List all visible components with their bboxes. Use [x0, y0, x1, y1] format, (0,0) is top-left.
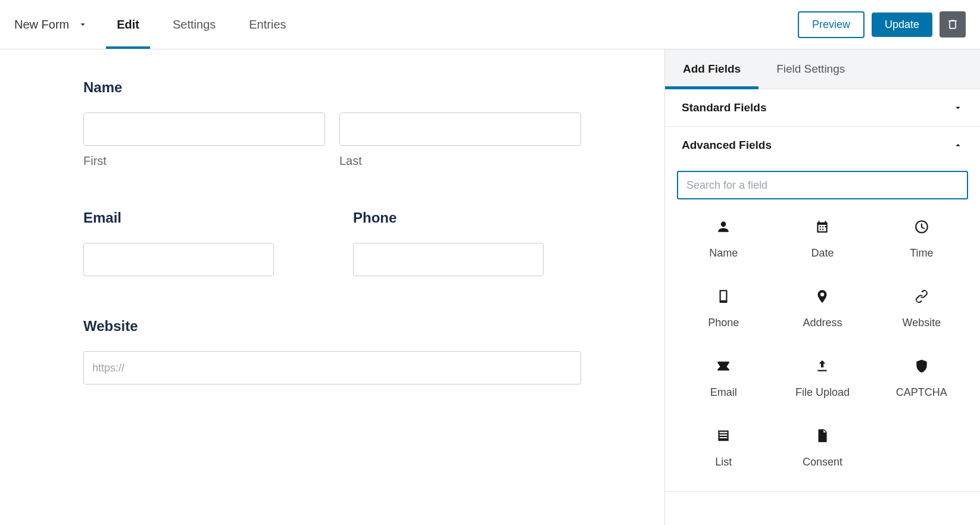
tab-edit[interactable]: Edit — [112, 1, 144, 48]
label-name: Name — [83, 79, 581, 96]
field-tile-label: Consent — [803, 456, 842, 468]
calendar-icon — [814, 218, 831, 235]
email-input[interactable] — [83, 243, 274, 276]
field-tile-label: Date — [811, 247, 834, 260]
field-tile-website[interactable]: Website — [875, 283, 968, 334]
accordion-advanced-fields[interactable]: Advanced Fields — [665, 127, 980, 164]
website-input[interactable] — [83, 351, 581, 385]
label-website: Website — [83, 318, 581, 335]
field-tile-name[interactable]: Name — [677, 214, 770, 264]
label-phone: Phone — [353, 210, 581, 226]
clock-icon — [913, 218, 930, 235]
chevron-down-icon — [953, 102, 963, 113]
field-tile-list[interactable]: List — [677, 423, 770, 473]
person-icon — [715, 218, 732, 235]
sidebar: Add Fields Field Settings Standard Field… — [664, 49, 980, 525]
field-tile-captcha[interactable]: CAPTCHA — [875, 353, 968, 404]
trash-button[interactable] — [940, 11, 966, 38]
shield-icon — [913, 358, 930, 374]
field-tile-consent[interactable]: Consent — [776, 423, 869, 473]
update-button[interactable]: Update — [872, 12, 932, 37]
sublabel-first: First — [83, 154, 325, 168]
accordion-standard-label: Standard Fields — [682, 101, 767, 114]
field-tile-phone[interactable]: Phone — [677, 283, 770, 334]
field-tile-label: Website — [902, 317, 941, 329]
field-tile-label: Email — [710, 386, 737, 399]
trash-icon — [947, 18, 959, 31]
field-tile-label: Name — [709, 247, 738, 260]
field-tile-time[interactable]: Time — [875, 214, 968, 264]
preview-button[interactable]: Preview — [798, 11, 864, 38]
field-block-name[interactable]: Name First Last — [83, 79, 581, 168]
field-block-phone[interactable]: Phone — [353, 210, 581, 276]
field-search-input[interactable] — [677, 171, 968, 199]
upload-icon — [814, 358, 831, 374]
tab-settings[interactable]: Settings — [168, 1, 220, 48]
last-name-input[interactable] — [339, 112, 581, 146]
field-block-email[interactable]: Email — [83, 210, 311, 276]
field-tile-label: Time — [910, 247, 933, 260]
envelope-icon — [715, 358, 732, 374]
accordion-advanced-label: Advanced Fields — [682, 139, 772, 152]
map-pin-icon — [814, 288, 831, 305]
field-block-website[interactable]: Website — [83, 318, 581, 385]
smartphone-icon — [715, 288, 732, 305]
phone-input[interactable] — [353, 243, 544, 276]
label-email: Email — [83, 210, 311, 226]
field-tile-email[interactable]: Email — [677, 353, 770, 404]
tab-entries[interactable]: Entries — [244, 1, 291, 48]
field-tile-label: File Upload — [795, 386, 850, 399]
sidebar-tab-field-settings[interactable]: Field Settings — [759, 49, 863, 89]
field-tile-label: List — [715, 456, 732, 468]
field-tile-file-upload[interactable]: File Upload — [776, 353, 869, 404]
document-icon — [814, 427, 831, 444]
chevron-up-icon — [953, 140, 963, 151]
first-name-input[interactable] — [83, 112, 325, 146]
list-icon — [715, 427, 732, 444]
field-tile-address[interactable]: Address — [776, 283, 869, 334]
form-title-text: New Form — [14, 18, 69, 32]
chevron-down-icon — [77, 19, 88, 30]
form-title-dropdown[interactable]: New Form — [14, 18, 88, 32]
field-tile-label: Address — [803, 317, 842, 329]
field-tile-date[interactable]: Date — [776, 214, 869, 264]
accordion-standard-fields[interactable]: Standard Fields — [665, 89, 980, 126]
link-icon — [913, 288, 930, 305]
sidebar-tab-add-fields[interactable]: Add Fields — [665, 49, 759, 89]
field-tile-label: CAPTCHA — [896, 386, 947, 399]
sublabel-last: Last — [339, 154, 581, 168]
field-tile-label: Phone — [708, 317, 739, 329]
form-canvas: Name First Last Email Phone — [0, 49, 664, 525]
